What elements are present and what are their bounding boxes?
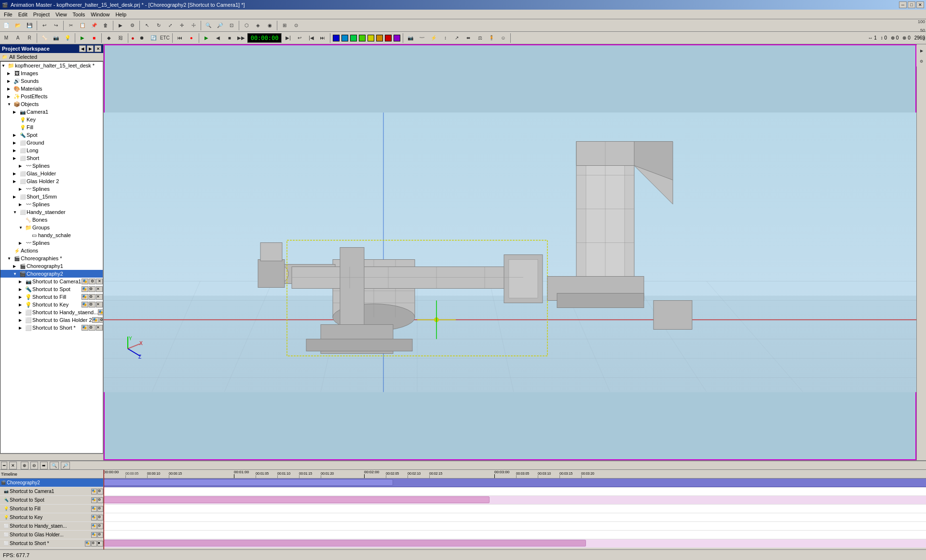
smile-btn[interactable]: ☺ (498, 33, 508, 43)
tree-item-short15mm[interactable]: ▶ ⬜ Short_15mm (0, 193, 103, 200)
render-mode[interactable]: R (24, 33, 35, 43)
rewind-all[interactable]: ⏮ (175, 33, 185, 43)
save-button[interactable]: 💾 (24, 20, 35, 31)
sc-fill-action1[interactable]: 🎭 (82, 294, 88, 300)
timecode-display[interactable]: 00:00:00 (247, 33, 282, 43)
sc-cam1-action3[interactable]: ✕ (96, 279, 103, 284)
move-tool[interactable]: ✛ (177, 20, 187, 31)
tl-spot-track[interactable] (104, 496, 926, 505)
tl-sc-glas-act2[interactable]: ⚙ (97, 532, 103, 538)
tl-sc-cam1-act1[interactable]: 🎭 (91, 489, 97, 494)
sc-handy-action1[interactable]: 🎭 (98, 309, 103, 315)
delete-button[interactable]: 🗑 (100, 20, 111, 31)
tree-item-splines3[interactable]: ▶ 〰 Splines (0, 200, 103, 208)
tl-sc-short-act2[interactable]: ⚙ (91, 541, 97, 547)
bottom-tool-5[interactable]: 🔎 (61, 462, 70, 469)
timeline-track-sc-handy[interactable]: ⬜ Shortcut to Handy_staen... 🎭 ⚙ (0, 522, 103, 531)
stop-btn[interactable]: ■ (89, 33, 99, 43)
tree-item-long[interactable]: ▶ ⬜ Long (0, 147, 103, 154)
menu-view[interactable]: View (53, 11, 70, 18)
tl-sc-handy-act1[interactable]: 🎭 (91, 523, 97, 529)
color-btn-red[interactable] (385, 35, 392, 41)
rotate-tool[interactable]: ↻ (153, 20, 164, 31)
bottom-tool-2[interactable]: ⊖ (30, 462, 38, 469)
render-settings[interactable]: ⚙ (127, 20, 137, 31)
open-button[interactable]: 📂 (13, 20, 23, 31)
color-btn-purple[interactable] (394, 35, 400, 41)
sc-glas2-action2[interactable]: ⚙ (99, 317, 103, 323)
tl-handy-track[interactable] (104, 522, 926, 531)
grid-toggle[interactable]: ⊞ (279, 20, 290, 31)
menu-project[interactable]: Project (30, 11, 53, 18)
tree-item-sc-key[interactable]: ▶ 💡 Shortcut to Key 🎭 ⚙ ✕ (0, 301, 103, 308)
snap-toggle[interactable]: ⊙ (291, 20, 301, 31)
color-btn-lgreen[interactable] (359, 35, 366, 41)
tree-item-objects[interactable]: ▼ 📦 Objects (0, 100, 103, 108)
next-frame[interactable]: ▶▶ (236, 33, 246, 43)
color-btn-yellow[interactable] (368, 35, 374, 41)
sc-fill-action3[interactable]: ✕ (96, 294, 103, 300)
timeline-track-sc-key[interactable]: 💡 Shortcut to Key 🎭 ⚙ (0, 513, 103, 522)
close-button[interactable]: ✕ (916, 1, 924, 8)
tree-item-key[interactable]: 💡 Key (0, 116, 103, 123)
tree-item-sc-spot[interactable]: ▶ 🔦 Shortcut to Spot 🎭 ⚙ ✕ (0, 285, 103, 293)
tl-sc-handy-act2[interactable]: ⚙ (97, 523, 103, 529)
pan-tool[interactable]: ☩ (188, 20, 199, 31)
tl-sc-short-act3[interactable]: ■ (97, 541, 103, 547)
undo-button[interactable]: ↩ (39, 20, 50, 31)
tree-item-chor2[interactable]: ▼ 🎬 Choreography2 (0, 270, 103, 278)
tree-item-sc-short[interactable]: ▶ ⬜ Shortcut to Short * 🎭 ⚙ ✕ (0, 324, 103, 332)
tree-item-materials[interactable]: ▶ 🎨 Materials (0, 85, 103, 93)
redo-button[interactable]: ↪ (51, 20, 61, 31)
next-frame2[interactable]: ▶| (283, 33, 293, 43)
color-btn-blue[interactable] (333, 35, 340, 41)
play2[interactable]: ▶ (201, 33, 212, 43)
sc-fill-action2[interactable]: ⚙ (89, 294, 95, 300)
add-camera[interactable]: 📷 (51, 33, 61, 43)
tree-item-glas-holder2[interactable]: ▶ ⬜ Glas Holder 2 (0, 177, 103, 185)
bottom-tool-3[interactable]: ⬌ (40, 462, 48, 469)
tree-item-choreographies[interactable]: ▼ 🎬 Choreographies * (0, 254, 103, 262)
scale-tool[interactable]: ⤢ (165, 20, 176, 31)
record-btn[interactable]: ⏺ (136, 33, 147, 43)
nav-fwd-btn[interactable]: ▶ (87, 45, 94, 52)
textured-toggle[interactable]: ◉ (264, 20, 275, 31)
add-light[interactable]: 💡 (62, 33, 73, 43)
tree-item-splines2[interactable]: ▶ 〰 Splines (0, 185, 103, 193)
tree-item-bones[interactable]: 🦴 Bones (0, 216, 103, 224)
sc-short-action3[interactable]: ✕ (96, 325, 103, 331)
nav-back-btn[interactable]: ◀ (79, 45, 86, 52)
bottom-tool-4[interactable]: 🔍 (50, 462, 59, 469)
tree-item-sc-fill[interactable]: ▶ 💡 Shortcut to Fill 🎭 ⚙ ✕ (0, 293, 103, 301)
mirror-btn[interactable]: ⬌ (463, 33, 474, 43)
etc-btn[interactable]: ETC (160, 33, 170, 43)
tree-item-handy-schale[interactable]: ▭ handy_schale (0, 231, 103, 239)
new-button[interactable]: 📄 (1, 20, 12, 31)
timeline-track-sc-fill[interactable]: 💡 Shortcut to Fill 🎭 ⚙ (0, 505, 103, 513)
sc-cam1-action1[interactable]: 🎭 (82, 279, 88, 284)
bottom-close-btn[interactable]: ✕ (9, 462, 17, 469)
bottom-minimize-btn[interactable]: ━ (1, 462, 7, 469)
tree-item-sc-camera1[interactable]: ▶ 📷 Shortcut to Camera1 🎭 ⚙ ✕ (0, 278, 103, 285)
add-bone[interactable]: 🦴 (39, 33, 50, 43)
timeline-track-chor2[interactable]: 🎬 Choreography2 (0, 479, 103, 487)
viewport-3d[interactable]: Y Z X (104, 44, 916, 460)
tl-sc-spot-act1[interactable]: 🎭 (91, 497, 97, 503)
tree-item-handy-staender[interactable]: ▼ ⬜ Handy_staender (0, 208, 103, 216)
wireframe-toggle[interactable]: ⬡ (241, 20, 252, 31)
pose-btn[interactable]: 🧍 (486, 33, 497, 43)
camera-view-btn[interactable]: 📷 (405, 33, 416, 43)
tree-item-short[interactable]: ▶ ⬜ Short (0, 154, 103, 162)
tree-item-ground[interactable]: ▶ ⬜ Ground (0, 139, 103, 147)
sym-btn[interactable]: ⚖ (475, 33, 485, 43)
zoom-out[interactable]: 🔎 (215, 20, 225, 31)
cut-button[interactable]: ✂ (66, 20, 76, 31)
tl-sc-glas-act1[interactable]: 🎭 (91, 532, 97, 538)
sc-spot-action1[interactable]: 🎭 (82, 286, 88, 292)
constraint2[interactable]: ⚡ (428, 33, 439, 43)
sc-key-action2[interactable]: ⚙ (89, 302, 95, 307)
tree-item-actions[interactable]: ⚡ Actions (0, 247, 103, 254)
tree-hscrollbar[interactable] (0, 453, 103, 460)
color-btn-cyan[interactable] (341, 35, 348, 41)
sc-spot-action3[interactable]: ✕ (96, 286, 103, 292)
